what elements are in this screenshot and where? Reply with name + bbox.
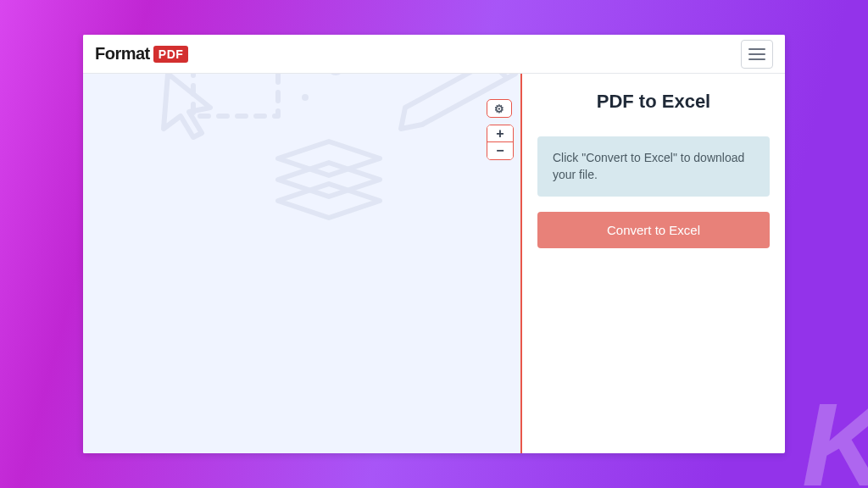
app-frame: Format PDF [83,35,785,453]
logo[interactable]: Format PDF [95,44,188,64]
tool-stack: ⚙ + − [487,99,514,160]
hamburger-icon [748,58,765,60]
zoom-controls: + − [487,125,514,160]
logo-text-primary: Format [95,44,150,64]
header: Format PDF [83,35,785,74]
preview-area: ⚙ + − [83,74,522,453]
svg-point-0 [327,74,344,75]
logo-badge: PDF [153,46,189,63]
hamburger-icon [748,53,765,55]
page-title: PDF to Excel [537,91,770,113]
gear-icon: ⚙ [494,103,504,114]
zoom-out-button[interactable]: − [487,142,513,159]
hamburger-icon [748,48,765,50]
settings-button[interactable]: ⚙ [487,99,512,118]
info-message: Click "Convert to Excel" to download you… [537,136,770,197]
menu-button[interactable] [741,40,773,69]
minus-icon: − [496,144,504,158]
zoom-in-button[interactable]: + [487,125,513,142]
plus-icon: + [496,127,504,141]
decorative-illustration [108,74,522,269]
convert-button[interactable]: Convert to Excel [537,212,770,248]
watermark: K [802,376,868,488]
content-area: ⚙ + − PDF to Excel Click "Convert to Exc… [83,74,785,453]
sidebar: PDF to Excel Click "Convert to Excel" to… [522,74,785,453]
svg-point-1 [302,94,309,101]
